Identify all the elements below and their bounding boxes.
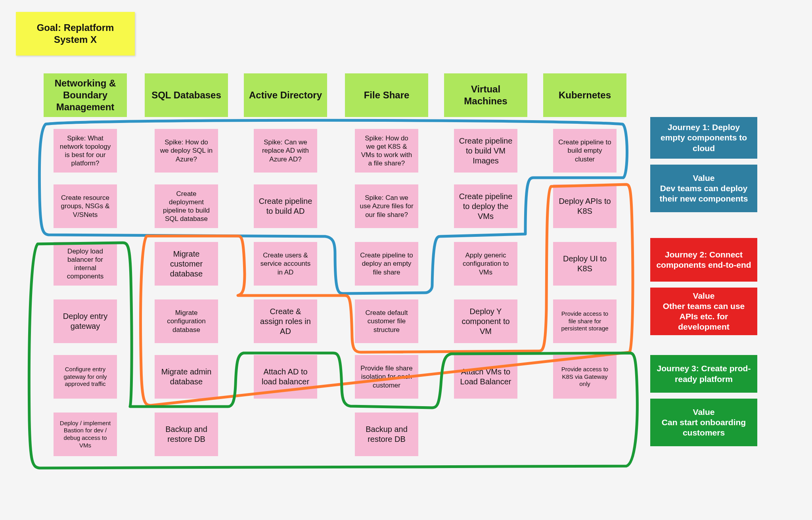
task-note: Migrate admin database <box>155 355 218 399</box>
task-note: Provide file share isolation for each cu… <box>355 355 418 399</box>
task-note: Create users & service accounts in AD <box>254 242 317 286</box>
task-note: Migrate customer database <box>155 242 218 286</box>
col-header-ad: Active Directory <box>244 73 327 117</box>
task-note: Deploy Y component to VM <box>454 299 517 343</box>
task-note: Provide access to file share for persist… <box>553 299 617 343</box>
task-note: Migrate configuration database <box>155 299 218 343</box>
task-note: Create pipeline to deploy an empty file … <box>355 242 418 286</box>
journey-3-value: Value Can start onboarding customers <box>650 399 757 446</box>
task-note: Provide access to K8S via Gateway only <box>553 355 617 399</box>
journey-1-value: Value Dev teams can deploy their new com… <box>650 165 757 212</box>
journey-3-outline <box>29 243 637 468</box>
task-note: Create pipeline to build VM Images <box>454 129 517 173</box>
task-note: Create pipeline to build AD <box>254 184 317 228</box>
journey-3-title: Journey 3: Create prod-ready platform <box>650 355 757 393</box>
task-note: Deploy UI to K8S <box>553 242 617 286</box>
task-note: Spike: What network topology is best for… <box>54 129 117 173</box>
task-note: Attach AD to load balancer <box>254 355 317 399</box>
task-note: Deploy / implement Bastion for dev / deb… <box>54 413 117 456</box>
col-header-k8s: Kubernetes <box>543 73 626 117</box>
col-header-sql: SQL Databases <box>145 73 228 117</box>
task-note: Spike: Can we use Azure files for our fi… <box>355 184 418 228</box>
task-note: Spike: Can we replace AD with Azure AD? <box>254 129 317 173</box>
journey-1-title: Journey 1: Deploy empty components to cl… <box>650 117 757 159</box>
task-note: Create pipeline to build empty cluster <box>553 129 617 173</box>
col-header-networking: Networking & Boundary Management <box>44 73 127 117</box>
task-note: Create pipeline to deploy the VMs <box>454 184 517 228</box>
journey-1-outline <box>39 120 627 294</box>
task-note: Deploy APIs to K8S <box>553 184 617 228</box>
journey-2-title: Journey 2: Connect components end-to-end <box>650 238 757 282</box>
task-note: Create default customer file structure <box>355 299 418 343</box>
task-note: Deploy entry gateway <box>54 299 117 343</box>
task-note: Create resource groups, NSGs & V/SNets <box>54 184 117 228</box>
col-header-fileshare: File Share <box>345 73 428 117</box>
story-map-canvas: Goal: Replatform System X Networking & B… <box>0 0 812 520</box>
col-header-vm: Virtual Machines <box>444 73 527 117</box>
task-note: Apply generic configuration to VMs <box>454 242 517 286</box>
task-note: Backup and restore DB <box>355 413 418 456</box>
task-note: Configure entry gateway for only approve… <box>54 355 117 399</box>
task-note: Create deployment pipeline to build SQL … <box>155 184 218 228</box>
journey-2-value: Value Other teams can use APIs etc. for … <box>650 288 757 335</box>
task-note: Spike: How do we get K8S & VMs to work w… <box>355 129 418 173</box>
task-note: Backup and restore DB <box>155 413 218 456</box>
task-note: Create & assign roles in AD <box>254 299 317 343</box>
task-note: Deploy load balancer for internal compon… <box>54 242 117 286</box>
goal-note: Goal: Replatform System X <box>16 12 135 56</box>
task-note: Spike: How do we deploy SQL in Azure? <box>155 129 218 173</box>
task-note: Attach VMs to Load Balancer <box>454 355 517 399</box>
